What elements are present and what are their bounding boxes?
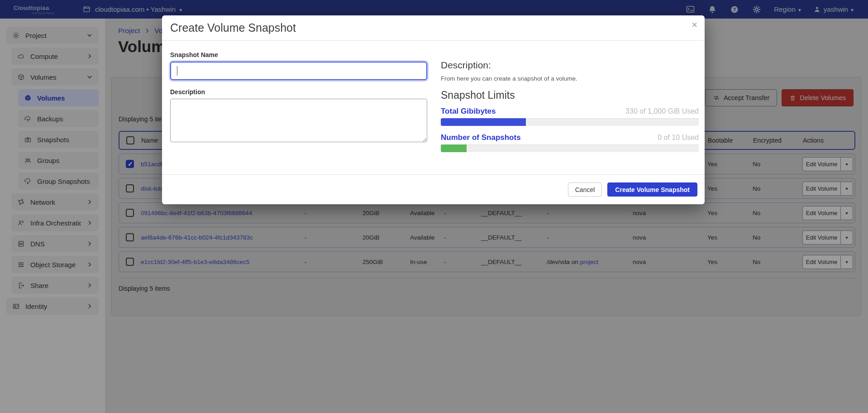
total-gibibytes-label: Total Gibibytes [441, 107, 496, 116]
snapshot-name-label: Snapshot Name [170, 51, 427, 58]
create-volume-snapshot-button[interactable]: Create Volume Snapshot [607, 182, 697, 197]
modal-body: Snapshot Name Description Description: F… [162, 41, 705, 174]
gibibytes-progress-bar [441, 118, 699, 126]
modal-footer: Cancel Create Volume Snapshot [162, 174, 705, 204]
snapshots-usage-text: 0 of 10 Used [658, 134, 699, 142]
snapshots-progress-bar [441, 144, 699, 152]
info-heading: Description: [441, 60, 699, 71]
modal-title: Create Volume Snapshot [170, 21, 296, 34]
snapshots-progress-fill [441, 144, 467, 152]
info-body-text: From here you can create a snapshot of a… [441, 75, 699, 82]
cancel-button[interactable]: Cancel [568, 182, 602, 197]
close-icon[interactable]: × [692, 19, 697, 31]
create-volume-snapshot-modal: Create Volume Snapshot × Snapshot Name D… [162, 15, 705, 204]
modal-header: Create Volume Snapshot × [162, 15, 705, 41]
snapshot-name-input[interactable] [170, 62, 427, 80]
description-textarea[interactable] [170, 99, 427, 142]
gibibytes-usage-text: 330 of 1,000 GiB Used [625, 107, 699, 115]
number-of-snapshots-label: Number of Snapshots [441, 133, 521, 142]
text-cursor [177, 66, 177, 76]
modal-info-panel: Description: From here you can create a … [441, 60, 699, 152]
snapshot-form: Snapshot Name Description [170, 51, 427, 144]
snapshot-limits-heading: Snapshot Limits [441, 89, 699, 101]
description-label: Description [170, 88, 427, 96]
gibibytes-progress-fill [441, 118, 526, 126]
